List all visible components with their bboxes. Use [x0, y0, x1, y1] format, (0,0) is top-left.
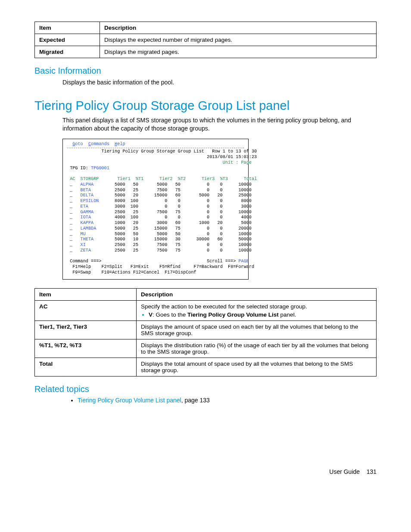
- footer-label: User Guide: [329, 468, 360, 475]
- terminal-panel: Goto Commands Help Tiering Policy Group …: [62, 139, 249, 280]
- item-cell: Expected: [35, 34, 100, 46]
- table1-header-desc: Description: [100, 22, 377, 34]
- table1-header-item: Item: [35, 22, 100, 34]
- terminal-title-row: Tiering Policy Group Storage Group List …: [67, 149, 257, 154]
- terminal-fkeys-2: F9=Swap F10=Actions F12=Cancel F17=DispC…: [67, 270, 196, 275]
- desc-cell: Displays the total amount of space used …: [137, 358, 377, 376]
- table-row: AC Specify the action to be executed for…: [35, 300, 377, 320]
- ac-bullet-item: V: Goes to the Tiering Policy Group Volu…: [149, 311, 372, 318]
- field-description-table-1: Item Description Expected Displays the e…: [34, 22, 377, 58]
- menu-commands: ommands: [91, 142, 109, 146]
- ac-bullet-list: V: Goes to the Tiering Policy Group Volu…: [141, 311, 372, 318]
- desc-cell: Displays the amount of space used on eac…: [137, 320, 377, 339]
- page-footer: User Guide 131: [34, 468, 377, 475]
- table-row: Migrated Displays the migrated pages.: [35, 46, 377, 58]
- item-cell: AC: [35, 300, 137, 320]
- item-cell: Total: [35, 358, 137, 376]
- table2-header-item: Item: [35, 288, 137, 300]
- page-title: Tiering Policy Group Storage Group List …: [34, 99, 377, 113]
- main-intro: This panel displays a list of SMS storag…: [62, 116, 377, 133]
- desc-cell: Displays the expected number of migrated…: [100, 34, 377, 46]
- terminal-command-line: Command ===> Scroll ===> PAGE: [67, 259, 249, 264]
- field-description-table-2: Item Description AC Specify the action t…: [34, 288, 377, 376]
- desc-cell: Specify the action to be executed for th…: [137, 300, 377, 320]
- item-cell: Migrated: [35, 46, 100, 58]
- desc-cell: Displays the distribution ratio (%) of t…: [137, 339, 377, 358]
- menu-goto: oto: [75, 142, 83, 146]
- basic-information-heading: Basic Information: [34, 66, 377, 76]
- item-cell: %T1, %T2, %T3: [35, 339, 137, 358]
- terminal-unit-row: Unit : Page: [67, 160, 252, 165]
- terminal-timestamp-row: 2013/08/01 15:03:23: [67, 155, 257, 159]
- item-cell: Tier1, Tier2, Tier3: [35, 320, 137, 339]
- terminal-columns: AC STORGRP Tier1 %T1 Tier2 %T2 Tier3 %T3…: [67, 177, 257, 181]
- desc-cell: Displays the migrated pages.: [100, 46, 377, 58]
- related-topics-list: Tiering Policy Group Volume List panel, …: [78, 397, 377, 404]
- terminal-tpg-id: TPG ID: TPG0001: [67, 166, 109, 171]
- footer-page: 131: [367, 468, 377, 475]
- terminal-data-rows: _ ALPHA 5000 50 5000 50 0 0 10000 _ BETA…: [67, 182, 252, 253]
- related-topic-item: Tiering Policy Group Volume List panel, …: [78, 397, 377, 404]
- table2-header-desc: Description: [137, 288, 377, 300]
- related-topic-link[interactable]: Tiering Policy Group Volume List panel: [78, 397, 181, 404]
- terminal-fkeys-1: F1=Help F2=Split F3=Exit F5=Rfind F7=Bac…: [67, 264, 254, 269]
- related-topics-heading: Related topics: [34, 384, 377, 394]
- basic-information-text: Displays the basic information of the po…: [62, 78, 377, 87]
- menu-help: elp: [117, 142, 125, 146]
- table-row: Expected Displays the expected number of…: [35, 34, 377, 46]
- table-row: Tier1, Tier2, Tier3 Displays the amount …: [35, 320, 377, 339]
- table-row: Total Displays the total amount of space…: [35, 358, 377, 376]
- table-row: %T1, %T2, %T3 Displays the distribution …: [35, 339, 377, 358]
